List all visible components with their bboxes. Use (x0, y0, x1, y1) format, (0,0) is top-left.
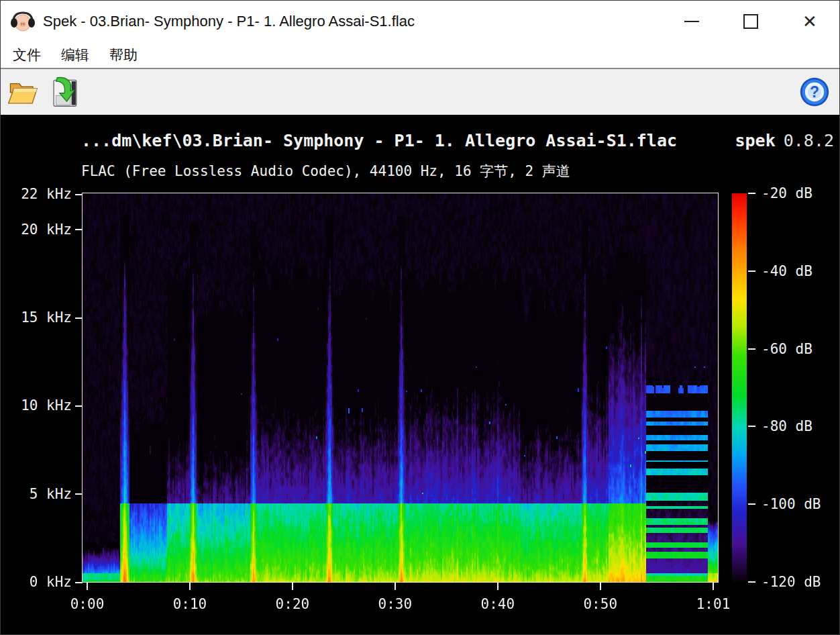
x-tick-mark (497, 583, 498, 590)
save-disk-arrow-icon (49, 73, 80, 111)
y-tick-mark (75, 229, 83, 230)
folder-open-icon (7, 75, 38, 109)
x-tick-label: 0:20 (262, 597, 323, 612)
y-tick-mark (75, 582, 83, 583)
app-icon (9, 10, 36, 33)
x-tick-mark (395, 583, 396, 590)
legend-tick-label: -80 dB (762, 419, 812, 434)
legend-tick-mark (748, 348, 755, 350)
x-tick-label: 1:01 (683, 597, 743, 612)
app-window: Spek - 03.Brian- Symphony - P1- 1. Alleg… (0, 0, 840, 635)
legend-tick-mark (748, 581, 755, 583)
open-file-button[interactable] (3, 72, 42, 112)
legend-tick-label: -40 dB (762, 264, 812, 279)
close-icon: ✕ (802, 13, 817, 30)
y-tick-label: 5 kHz (10, 487, 72, 501)
y-tick-mark (75, 194, 83, 195)
format-info-label: FLAC (Free Lossless Audio Codec), 44100 … (81, 162, 570, 181)
toolbar: ? (1, 69, 839, 115)
y-tick-label: 20 kHz (10, 222, 72, 237)
spectrogram-panel: ...dm\kef\03.Brian- Symphony - P1- 1. Al… (1, 115, 840, 635)
close-button[interactable]: ✕ (780, 1, 839, 42)
y-tick-mark (75, 405, 83, 407)
x-tick-label: 0:30 (365, 597, 425, 612)
plot-frame (82, 193, 719, 583)
maximize-button[interactable] (721, 1, 780, 42)
legend-tick-mark (748, 271, 755, 272)
help-button[interactable]: ? (795, 72, 834, 112)
x-tick-label: 0:50 (570, 597, 631, 612)
x-tick-mark (292, 583, 293, 590)
x-tick-mark (189, 583, 191, 590)
window-controls: ✕ (662, 1, 839, 42)
legend-tick-mark (748, 193, 755, 194)
help-question-icon: ? (799, 75, 830, 109)
menu-item-file[interactable]: 文件 (5, 46, 49, 64)
legend-gradient (732, 193, 747, 582)
maximize-icon (743, 14, 758, 29)
menu-item-edit[interactable]: 编辑 (53, 46, 97, 64)
legend-tick-label: -100 dB (762, 497, 821, 511)
app-name-label: spek (735, 131, 776, 150)
minimize-button[interactable] (662, 1, 721, 42)
app-version-label: 0.8.2 (784, 131, 834, 150)
y-tick-label: 22 kHz (10, 187, 72, 201)
legend-tick-label: -20 dB (762, 186, 812, 201)
legend-tick-label: -120 dB (762, 575, 821, 589)
svg-text:?: ? (810, 83, 819, 101)
y-tick-label: 0 kHz (10, 575, 72, 589)
save-spectrogram-button[interactable] (45, 72, 84, 112)
window-title: Spek - 03.Brian- Symphony - P1- 1. Alleg… (43, 13, 415, 30)
y-tick-mark (75, 493, 83, 495)
legend-tick-mark (748, 426, 755, 427)
x-tick-label: 0:10 (160, 597, 220, 612)
x-tick-label: 0:40 (468, 597, 528, 612)
x-tick-mark (87, 583, 88, 590)
spectrogram-header: ...dm\kef\03.Brian- Symphony - P1- 1. Al… (81, 131, 834, 150)
y-tick-label: 15 kHz (10, 310, 72, 325)
file-path-label: ...dm\kef\03.Brian- Symphony - P1- 1. Al… (81, 131, 677, 150)
legend-tick-mark (748, 503, 755, 505)
x-tick-label: 0:00 (57, 597, 117, 612)
x-tick-mark (600, 583, 601, 590)
menu-bar: 文件 编辑 帮助 (1, 42, 839, 69)
x-tick-mark (713, 583, 714, 590)
legend-tick-label: -60 dB (762, 342, 812, 356)
spectrogram-canvas (83, 193, 718, 582)
y-tick-mark (75, 318, 83, 319)
menu-item-help[interactable]: 帮助 (101, 46, 146, 64)
title-bar: Spek - 03.Brian- Symphony - P1- 1. Alleg… (1, 1, 839, 42)
minimize-icon (684, 21, 699, 22)
y-tick-label: 10 kHz (10, 398, 72, 413)
